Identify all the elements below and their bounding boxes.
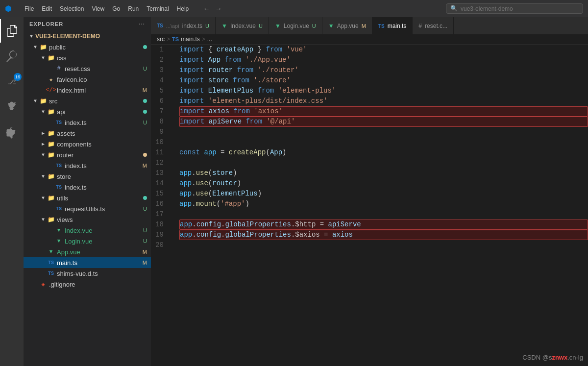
vue-icon: ▼ <box>47 248 55 256</box>
chevron-right-icon: ▶ <box>39 129 47 137</box>
vue-icon: ▼ <box>55 226 63 234</box>
tree-label: utils <box>57 195 143 202</box>
main-layout: ⎇ 16 EXPLORER ··· ▼ VUE3-ELEMENT-DEMO ▼ … <box>0 17 588 366</box>
line-number-15: 15 <box>151 189 170 199</box>
tree-item-favicon.ico[interactable]: ★ favicon.ico <box>24 74 151 85</box>
tab-login-vue[interactable]: ▼Login.vueU <box>269 17 322 34</box>
ts-icon: TS <box>47 269 55 277</box>
tree-item-requestUtils.ts[interactable]: TS requestUtils.ts U <box>24 203 151 214</box>
chevron-down-icon: ▼ <box>39 216 47 223</box>
tree-item-reset.css[interactable]: # reset.css U <box>24 63 151 74</box>
sidebar: EXPLORER ··· ▼ VUE3-ELEMENT-DEMO ▼ 📁 pub… <box>24 17 151 366</box>
nav-buttons: ← → <box>201 4 223 14</box>
tree-label: Login.vue <box>65 238 143 245</box>
menu-run[interactable]: Run <box>125 4 142 13</box>
badge: M <box>143 260 147 266</box>
tree-item-App.vue[interactable]: ▼ App.vue M <box>24 246 151 257</box>
tree-item-index.ts-store[interactable]: TS index.ts <box>24 182 151 193</box>
activity-search[interactable] <box>0 45 24 68</box>
css-icon: # <box>55 65 63 73</box>
line-number-11: 11 <box>151 147 170 158</box>
menu-view[interactable]: View <box>89 4 107 13</box>
nav-forward[interactable]: → <box>214 4 223 14</box>
tree-item-index.ts-router[interactable]: TS index.ts M <box>24 160 151 171</box>
search-input[interactable] <box>461 5 559 12</box>
breadcrumb-src[interactable]: src <box>157 36 165 43</box>
vue-icon: ▼ <box>55 237 63 245</box>
more-icon[interactable]: ··· <box>139 21 145 27</box>
line-number-17: 17 <box>151 209 170 220</box>
code-line-15: app.use(ElementPlus) <box>179 189 588 199</box>
line-number-18: 18 <box>151 220 170 230</box>
tab-reset-css[interactable]: #reset.c... <box>413 17 454 34</box>
vscode-icon: ⬢ <box>5 4 12 14</box>
line-number-12: 12 <box>151 158 170 168</box>
tree-item-assets[interactable]: ▶ 📁 assets <box>24 128 151 139</box>
folder-icon: 📁 <box>47 172 55 180</box>
tree-label: App.vue <box>57 248 143 256</box>
badge: U <box>143 238 147 244</box>
tree-item-api[interactable]: ▼ 📁 api <box>24 106 151 117</box>
menu-selection[interactable]: Selection <box>57 4 87 13</box>
tree-label: shims-vue.d.ts <box>57 270 151 277</box>
tree-item-src[interactable]: ▼ 📁 src <box>24 96 151 106</box>
tree-item-utils[interactable]: ▼ 📁 utils <box>24 193 151 203</box>
badge: M <box>143 163 147 169</box>
tree-item-store[interactable]: ▼ 📁 store <box>24 171 151 182</box>
editor-area: TS...\api index.tsU▼Index.vueU▼Login.vue… <box>151 17 588 366</box>
watermark-highlight: znwx <box>552 354 567 361</box>
activity-files[interactable] <box>0 19 24 43</box>
code-line-1: import { createApp } from 'vue' <box>179 45 588 55</box>
tree-item-index.html[interactable]: </> index.html M <box>24 85 151 96</box>
breadcrumb-more[interactable]: ... <box>207 36 212 43</box>
tree-item-index.ts-api[interactable]: TS index.ts U <box>24 117 151 128</box>
line-number-3: 3 <box>151 65 170 75</box>
tree-item-main.ts[interactable]: TS main.ts M <box>24 257 151 268</box>
tab-index-ts-api[interactable]: TS...\api index.tsU <box>151 17 216 34</box>
search-bar[interactable]: 🔍 <box>446 3 583 14</box>
menu-file[interactable]: File <box>22 4 37 13</box>
code-editor[interactable]: 1234567891011121314151617181920 import {… <box>151 45 588 366</box>
search-sidebar-icon <box>6 50 18 62</box>
menu-terminal[interactable]: Terminal <box>144 4 172 13</box>
menu-go[interactable]: Go <box>109 4 123 13</box>
tree-item-css[interactable]: ▼ 📁 css <box>24 52 151 63</box>
activity-extensions[interactable] <box>0 121 24 145</box>
menu-edit[interactable]: Edit <box>39 4 55 13</box>
menu-help[interactable]: Help <box>174 4 192 13</box>
chevron-down-icon: ▼ <box>31 43 39 51</box>
tree-item-shims-vue.d.ts[interactable]: TS shims-vue.d.ts <box>24 268 151 279</box>
tree-label: index.html <box>57 87 143 94</box>
tree-label: .gitignore <box>49 281 151 288</box>
tree-label: assets <box>57 130 151 137</box>
chevron-down-icon: ▼ <box>31 97 39 105</box>
activity-git[interactable]: ⎇ 16 <box>0 70 24 94</box>
tree-item-public[interactable]: ▼ 📁 public <box>24 42 151 52</box>
line-number-10: 10 <box>151 137 170 147</box>
code-content: import { createApp } from 'vue'import Ap… <box>175 45 588 366</box>
nav-back[interactable]: ← <box>201 4 211 14</box>
tab-app-vue[interactable]: ▼App.vueM <box>322 17 372 34</box>
tree-label: favicon.ico <box>57 76 151 83</box>
tab-index-vue[interactable]: ▼Index.vueU <box>216 17 269 34</box>
breadcrumb-ts-icon: TS <box>172 36 179 42</box>
line-number-9: 9 <box>151 127 170 137</box>
tree-label: Index.vue <box>65 227 143 234</box>
tree-item-views[interactable]: ▼ 📁 views <box>24 214 151 225</box>
tree-item-router[interactable]: ▼ 📁 router <box>24 149 151 160</box>
code-line-4: import store from './store' <box>179 75 588 86</box>
code-line-2: import App from './App.vue' <box>179 55 588 65</box>
tree-item-Login.vue[interactable]: ▼ Login.vue U <box>24 236 151 246</box>
activity-debug[interactable] <box>0 96 24 119</box>
code-line-12 <box>179 158 588 168</box>
tab-main-ts[interactable]: TSmain.ts <box>372 17 413 34</box>
breadcrumb-file[interactable]: main.ts <box>181 36 200 43</box>
code-line-9 <box>179 127 588 137</box>
sidebar-title: EXPLORER <box>29 21 63 27</box>
tree-label: views <box>57 216 151 223</box>
tree-item-components[interactable]: ▶ 📁 components <box>24 139 151 149</box>
tree-root[interactable]: ▼ VUE3-ELEMENT-DEMO <box>24 31 151 42</box>
tree-item-Index.vue[interactable]: ▼ Index.vue U <box>24 225 151 236</box>
folder-icon: 📁 <box>39 43 47 51</box>
tree-item-.gitignore[interactable]: ◈ .gitignore <box>24 279 151 290</box>
